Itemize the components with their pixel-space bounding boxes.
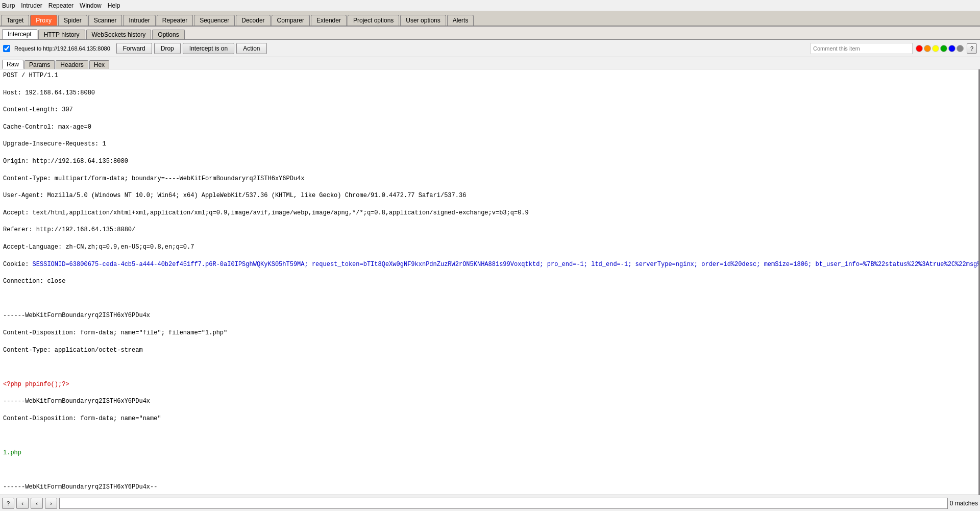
- http-line-11: Accept-Language: zh-CN,zh;q=0.9,en-US;q=…: [3, 243, 975, 252]
- tab-intruder[interactable]: Intruder: [123, 15, 155, 26]
- http-boundary-3: ------WebKitFormBoundaryrq2ISTH6xY6PDu4x…: [3, 483, 975, 492]
- http-cookie-line: Cookie: SESSIONID=63800675-ceda-4cb5-a44…: [3, 260, 975, 269]
- menu-burp[interactable]: Burp: [2, 2, 15, 9]
- content-tab-headers[interactable]: Headers: [56, 60, 88, 69]
- sub-tab-http-history[interactable]: HTTP history: [38, 30, 85, 39]
- bottom-bar: ? ‹ ‹ › 0 matches: [0, 495, 980, 511]
- tab-comparer[interactable]: Comparer: [272, 15, 310, 26]
- color-dot-blue[interactable]: [948, 45, 955, 52]
- http-line-2: Host: 192.168.64.135:8080: [3, 89, 975, 98]
- drop-button[interactable]: Drop: [154, 43, 181, 54]
- http-line-9: Accept: text/html,application/xhtml+xml,…: [3, 209, 975, 217]
- sub-tab-bar: Intercept HTTP history WebSockets histor…: [0, 27, 980, 40]
- sub-tab-options[interactable]: Options: [152, 30, 184, 39]
- menu-window[interactable]: Window: [80, 2, 102, 9]
- tab-proxy[interactable]: Proxy: [30, 15, 57, 26]
- cookie-prefix: Cookie:: [3, 261, 33, 268]
- sub-tab-websockets-history[interactable]: WebSockets history: [86, 30, 152, 39]
- http-line-4: Cache-Control: max-age=0: [3, 123, 975, 132]
- http-php-filename: 1.php: [3, 449, 975, 457]
- http-empty-2: [3, 363, 975, 372]
- http-line-3: Content-Length: 307: [3, 106, 975, 114]
- menu-repeater[interactable]: Repeater: [48, 2, 74, 9]
- http-empty-1: [3, 295, 975, 303]
- tab-repeater[interactable]: Repeater: [157, 15, 193, 26]
- matches-count: 0 matches: [950, 500, 978, 507]
- comment-input[interactable]: [811, 43, 913, 54]
- menu-bar: Burp Intruder Repeater Window Help: [0, 0, 980, 11]
- menu-help[interactable]: Help: [108, 2, 120, 9]
- color-dot-orange[interactable]: [924, 45, 931, 52]
- http-boundary-1: ------WebKitFormBoundaryrq2ISTH6xY6PDu4x: [3, 311, 975, 320]
- nav-help-button[interactable]: ?: [2, 498, 14, 509]
- http-line-8: User-Agent: Mozilla/5.0 (Windows NT 10.0…: [3, 191, 975, 200]
- tab-spider[interactable]: Spider: [58, 15, 87, 26]
- content-tab-hex[interactable]: Hex: [89, 60, 109, 69]
- http-empty-4: [3, 466, 975, 475]
- toolbar: Request to http://192.168.64.135:8080 Fo…: [0, 40, 980, 57]
- color-dot-red[interactable]: [916, 45, 923, 52]
- nav-next-button[interactable]: ›: [45, 498, 57, 509]
- http-cd-2: Content-Disposition: form-data; name="na…: [3, 415, 975, 423]
- color-dot-yellow[interactable]: [932, 45, 939, 52]
- action-button[interactable]: Action: [236, 43, 266, 54]
- http-line-7: Content-Type: multipart/form-data; bound…: [3, 175, 975, 183]
- tab-alerts[interactable]: Alerts: [447, 15, 474, 26]
- http-php-line: <?php phpinfo();?>: [3, 380, 975, 389]
- cookie-value: SESSIONID=63800675-ceda-4cb5-a444-40b2ef…: [33, 261, 980, 268]
- intercept-button[interactable]: Intercept is on: [183, 43, 234, 54]
- sub-tab-intercept[interactable]: Intercept: [2, 29, 37, 39]
- content-tab-raw[interactable]: Raw: [2, 60, 23, 69]
- http-content-area[interactable]: POST / HTTP/1.1 Host: 192.168.64.135:808…: [0, 69, 980, 495]
- forward-button[interactable]: Forward: [116, 43, 152, 54]
- tab-extender[interactable]: Extender: [311, 15, 347, 26]
- http-empty-3: [3, 431, 975, 440]
- color-dot-group: [916, 45, 964, 52]
- http-line-10: Referer: http://192.168.64.135:8080/: [3, 226, 975, 234]
- tab-user-options[interactable]: User options: [400, 15, 446, 26]
- tab-decoder[interactable]: Decoder: [236, 15, 270, 26]
- main-tab-bar: Target Proxy Spider Scanner Intruder Rep…: [0, 11, 980, 27]
- comment-field: ?: [811, 43, 977, 54]
- http-boundary-2: ------WebKitFormBoundaryrq2ISTH6xY6PDu4x: [3, 397, 975, 406]
- http-line-1: POST / HTTP/1.1: [3, 71, 975, 80]
- color-dot-gray[interactable]: [957, 45, 964, 52]
- http-line-6: Origin: http://192.168.64.135:8080: [3, 157, 975, 166]
- tab-project-options[interactable]: Project options: [348, 15, 399, 26]
- nav-prev-button[interactable]: ‹: [31, 498, 43, 509]
- request-url-label: Request to http://192.168.64.135:8080: [14, 45, 110, 52]
- menu-intruder[interactable]: Intruder: [21, 2, 42, 9]
- http-ct-1: Content-Type: application/octet-stream: [3, 346, 975, 355]
- http-line-conn: Connection: close: [3, 277, 975, 286]
- http-cd-1: Content-Disposition: form-data; name="fi…: [3, 329, 975, 337]
- help-button[interactable]: ?: [967, 43, 977, 54]
- content-tab-bar: Raw Params Headers Hex: [0, 57, 980, 69]
- color-dot-green[interactable]: [940, 45, 947, 52]
- tab-sequencer[interactable]: Sequencer: [194, 15, 235, 26]
- http-line-5: Upgrade-Insecure-Requests: 1: [3, 140, 975, 149]
- search-input[interactable]: [59, 498, 948, 509]
- nav-prev-prev-button[interactable]: ‹: [16, 498, 29, 509]
- intercept-checkbox[interactable]: [3, 45, 10, 52]
- tab-target[interactable]: Target: [1, 15, 29, 26]
- content-tab-params[interactable]: Params: [24, 60, 55, 69]
- tab-scanner[interactable]: Scanner: [88, 15, 122, 26]
